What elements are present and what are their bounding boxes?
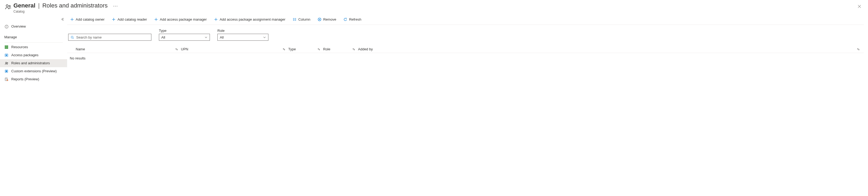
column-header-type[interactable]: Type [288,47,323,51]
svg-point-19 [7,63,8,63]
sidebar-item-custom-extensions[interactable]: Custom extensions (Preview) [0,67,67,75]
svg-rect-8 [6,45,7,47]
svg-line-44 [73,38,74,39]
title-separator: | [38,2,40,9]
type-filter-dropdown[interactable]: All [159,34,210,41]
sidebar: Overview Manage Resources [0,15,67,83]
sort-icon [857,48,863,51]
cmd-label: Add catalog owner [76,17,105,22]
role-filter-label: Role [217,29,269,33]
add-catalog-owner-button[interactable]: Add catalog owner [68,16,106,23]
title-rest: Roles and administrators [42,2,107,9]
extension-icon [4,69,8,73]
column-header-name[interactable]: Name [68,47,181,51]
sort-icon [282,48,288,51]
breadcrumb: Catalog [13,10,855,13]
cmd-label: Refresh [349,17,362,22]
sidebar-item-label: Reports (Preview) [11,77,39,82]
svg-rect-14 [6,48,7,49]
svg-point-43 [71,36,73,38]
sidebar-item-label: Resources [11,45,28,49]
refresh-button[interactable]: Refresh [342,16,363,23]
add-access-package-assignment-manager-button[interactable]: Add access package assignment manager [212,16,287,23]
dropdown-value: All [220,35,224,39]
report-icon [4,77,8,81]
sort-icon [352,48,358,51]
cmd-label: Remove [323,17,336,22]
search-input[interactable] [76,35,149,40]
sidebar-item-access-packages[interactable]: Access packages [0,51,67,59]
page-header: General | Roles and administrators ⋯ Cat… [0,0,868,15]
info-icon [4,24,8,29]
package-icon [4,53,8,57]
add-access-package-manager-button[interactable]: Add access package manager [152,16,209,23]
sort-icon [317,48,323,51]
column-header-added-by[interactable]: Added by [358,47,863,51]
more-actions-icon[interactable]: ⋯ [113,3,118,8]
sidebar-item-label: Custom extensions (Preview) [11,69,57,74]
cmd-label: Add access package assignment manager [220,17,285,22]
collapse-sidebar-button[interactable] [0,16,67,23]
svg-point-1 [9,5,10,7]
chevron-down-icon [205,36,208,39]
sidebar-item-label: Overview [11,24,26,29]
svg-rect-12 [7,47,8,48]
cmd-label: Add catalog reader [118,17,147,22]
page-title: General | Roles and administrators ⋯ [13,2,855,9]
grid-icon [4,45,8,49]
sidebar-item-label: Access packages [11,53,38,57]
people-small-icon [4,61,8,65]
svg-point-0 [6,5,8,7]
close-button[interactable] [855,2,864,11]
main-content: Add catalog owner Add catalog reader Add… [67,15,868,83]
results-table: Name UPN Type [67,45,864,64]
column-button[interactable]: Column [291,16,312,23]
remove-icon [317,17,321,22]
sidebar-section-manage: Manage [0,33,67,41]
svg-rect-7 [5,45,6,47]
sort-icon [175,48,181,51]
plus-icon [214,17,218,22]
dropdown-value: All [161,35,165,39]
cmd-label: Add access package manager [160,17,207,22]
svg-rect-15 [7,48,8,49]
sidebar-item-resources[interactable]: Resources [0,43,67,51]
sidebar-item-reports[interactable]: Reports (Preview) [0,75,67,83]
plus-icon [154,17,158,22]
title-bold: General [13,2,35,9]
no-results-message: No results [67,53,864,64]
role-filter-dropdown[interactable]: All [217,34,269,41]
command-bar: Add catalog owner Add catalog reader Add… [67,15,864,25]
sidebar-item-overview[interactable]: Overview [0,23,67,31]
svg-rect-17 [6,54,7,56]
divider [4,42,63,43]
search-icon [70,36,74,39]
chevron-down-icon [263,36,266,39]
table-header-row: Name UPN Type [67,45,864,53]
remove-button[interactable]: Remove [316,16,338,23]
svg-rect-21 [6,70,7,72]
columns-icon [292,17,297,22]
svg-rect-10 [5,47,6,48]
svg-rect-9 [7,45,8,47]
refresh-icon [343,17,348,22]
column-header-role[interactable]: Role [323,47,358,51]
plus-icon [70,17,74,22]
column-header-upn[interactable]: UPN [181,47,288,51]
cmd-label: Column [298,17,310,22]
sidebar-item-label: Roles and administrators [11,61,50,66]
people-icon [4,3,12,11]
svg-rect-11 [6,47,7,48]
add-catalog-reader-button[interactable]: Add catalog reader [110,16,149,23]
search-input-wrapper[interactable] [68,34,151,41]
svg-point-18 [5,62,6,63]
svg-rect-13 [5,48,6,49]
sidebar-item-roles-administrators[interactable]: Roles and administrators [0,59,67,67]
type-filter-label: Type [159,29,210,33]
plus-icon [112,17,116,22]
filter-row: Type All Role All [67,25,864,43]
